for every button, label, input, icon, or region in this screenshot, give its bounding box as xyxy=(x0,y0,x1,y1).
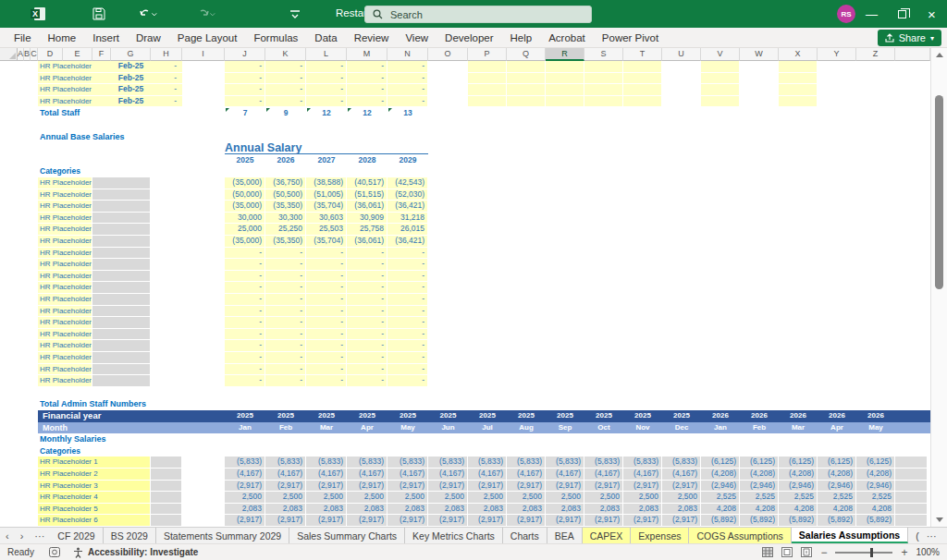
ribbon-tab-page-layout[interactable]: Page Layout xyxy=(169,28,246,48)
column-header-K[interactable]: K xyxy=(265,48,306,61)
monthly-value-cell[interactable]: (2,946) xyxy=(740,481,778,492)
annual-value-cell[interactable]: 30,000 xyxy=(225,213,264,224)
monthly-value-cell[interactable]: (4,167) xyxy=(306,469,346,480)
annual-value-cell[interactable]: (51,005) xyxy=(306,189,346,201)
zoom-slider-thumb[interactable] xyxy=(870,548,873,557)
monthly-value-cell[interactable]: (5,892) xyxy=(779,515,817,526)
annual-value-cell[interactable]: (35,350) xyxy=(265,201,305,212)
annual-value-cell[interactable]: - xyxy=(347,248,387,259)
monthly-value-cell[interactable]: 2,083 xyxy=(347,504,387,515)
worksheet-canvas[interactable]: HR Placeholder 15Feb-25------HR Placehol… xyxy=(0,61,930,527)
annual-value-cell[interactable]: - xyxy=(387,364,427,375)
monthly-row-input-cell[interactable] xyxy=(151,492,181,503)
column-header-M[interactable]: M xyxy=(347,48,387,61)
ribbon-tab-review[interactable]: Review xyxy=(346,28,398,48)
column-header-B[interactable]: B xyxy=(24,48,31,61)
column-header-Y[interactable]: Y xyxy=(818,48,856,61)
monthly-value-cell[interactable]: (5,892) xyxy=(856,515,894,526)
monthly-value-cell[interactable]: (2,917) xyxy=(387,515,427,526)
monthly-value-cell[interactable]: (2,917) xyxy=(507,515,545,526)
annual-value-cell[interactable]: (36,061) xyxy=(347,236,387,247)
sheet-nav-prev-icon[interactable]: ‹ xyxy=(0,528,15,543)
annual-row-name[interactable]: HR Placeholder 15 xyxy=(38,340,92,351)
annual-value-cell[interactable]: - xyxy=(265,294,305,305)
annual-value-cell[interactable]: - xyxy=(225,294,264,305)
annual-value-cell[interactable]: (38,588) xyxy=(306,177,346,189)
annual-row-input-cell[interactable] xyxy=(92,177,150,189)
annual-value-cell[interactable]: - xyxy=(387,248,427,259)
annual-row-name[interactable]: HR Placeholder 7 xyxy=(38,248,92,259)
staff-empty-cell[interactable] xyxy=(779,84,817,95)
monthly-value-cell[interactable]: 2,083 xyxy=(306,504,346,515)
annual-value-cell[interactable]: (40,517) xyxy=(347,177,387,189)
total-staff-value[interactable]: 7 xyxy=(225,107,265,119)
monthly-value-cell[interactable]: (6,125) xyxy=(740,457,778,468)
column-header-F[interactable]: F xyxy=(92,48,111,61)
annual-row-input-cell[interactable] xyxy=(92,317,150,328)
monthly-value-cell[interactable]: (4,167) xyxy=(546,469,584,480)
sheet-tab-cogs-assumptions[interactable]: COGS Assumptions xyxy=(689,528,791,543)
annual-row-input-cell[interactable] xyxy=(92,271,150,282)
staff-empty-cell[interactable] xyxy=(468,61,506,72)
monthly-value-cell[interactable]: (2,917) xyxy=(306,515,346,526)
accessibility-status[interactable]: Accessibility: Investigate xyxy=(88,547,199,557)
annual-value-cell[interactable]: - xyxy=(265,306,305,317)
staff-empty-cell[interactable] xyxy=(584,73,622,84)
annual-row-input-cell[interactable] xyxy=(92,248,150,259)
monthly-value-cell[interactable]: (5,833) xyxy=(265,457,305,468)
column-header-O[interactable]: O xyxy=(428,48,468,61)
annual-row-input-cell[interactable] xyxy=(92,340,150,351)
annual-value-cell[interactable]: 30,300 xyxy=(265,213,305,224)
close-button[interactable]: × xyxy=(916,0,947,28)
column-header-E[interactable]: E xyxy=(63,48,92,61)
staff-empty-cell[interactable] xyxy=(779,61,817,72)
annual-value-cell[interactable]: - xyxy=(225,282,264,293)
column-header-G[interactable]: G xyxy=(111,48,151,61)
annual-value-cell[interactable]: - xyxy=(306,375,346,386)
staff-month-cell[interactable]: - xyxy=(265,73,305,84)
staff-month-cell[interactable]: - xyxy=(347,61,387,72)
column-header-T[interactable]: T xyxy=(623,48,662,61)
annual-value-cell[interactable]: - xyxy=(347,375,387,386)
annual-row-input-cell[interactable] xyxy=(92,224,150,235)
monthly-row-name[interactable]: HR Placeholder 2 xyxy=(38,469,150,480)
annual-value-cell[interactable]: (35,000) xyxy=(225,177,264,189)
staff-h-value[interactable]: - xyxy=(151,61,179,72)
new-sheet-button[interactable]: + xyxy=(942,528,947,543)
annual-row-name[interactable]: HR Placeholder 5 xyxy=(38,224,92,235)
staff-empty-cell[interactable] xyxy=(779,73,817,84)
scroll-up-icon[interactable] xyxy=(936,53,943,57)
column-header-J[interactable]: J xyxy=(225,48,265,61)
annual-value-cell[interactable]: 25,758 xyxy=(347,224,387,235)
monthly-value-cell[interactable]: (4,167) xyxy=(623,469,661,480)
annual-row-name[interactable]: HR Placeholder 4 xyxy=(38,213,92,224)
monthly-value-cell[interactable]: 2,083 xyxy=(428,504,467,515)
annual-row-name[interactable]: HR Placeholder 6 xyxy=(38,236,92,247)
annual-value-cell[interactable]: (36,421) xyxy=(387,236,427,247)
select-all-corner[interactable] xyxy=(0,48,18,61)
monthly-value-cell[interactable]: (5,833) xyxy=(225,457,264,468)
annual-value-cell[interactable]: - xyxy=(265,340,305,351)
monthly-value-cell[interactable]: 2,525 xyxy=(818,492,855,503)
annual-value-cell[interactable]: - xyxy=(225,375,264,386)
monthly-row-input-cell[interactable] xyxy=(151,504,181,515)
minimize-button[interactable]: — xyxy=(856,0,887,28)
staff-start-month[interactable]: Feb-25 xyxy=(111,73,151,84)
staff-h-value[interactable]: - xyxy=(151,84,179,95)
monthly-value-cell[interactable]: 2,083 xyxy=(584,504,622,515)
undo-icon[interactable] xyxy=(139,6,159,21)
share-button[interactable]: Share ▾ xyxy=(878,30,941,46)
annual-value-cell[interactable]: - xyxy=(306,317,346,328)
annual-value-cell[interactable]: (36,061) xyxy=(347,201,387,212)
monthly-value-cell[interactable]: (2,917) xyxy=(468,481,506,492)
column-header-U[interactable]: U xyxy=(662,48,701,61)
monthly-value-cell[interactable] xyxy=(895,515,927,526)
annual-row-name[interactable]: HR Placeholder 1 xyxy=(38,177,92,189)
monthly-value-cell[interactable]: (2,917) xyxy=(225,481,264,492)
annual-value-cell[interactable]: - xyxy=(265,375,305,386)
monthly-value-cell[interactable]: (2,917) xyxy=(347,481,387,492)
annual-value-cell[interactable]: - xyxy=(306,340,346,351)
annual-value-cell[interactable]: - xyxy=(306,259,346,270)
staff-start-month[interactable]: Feb-25 xyxy=(111,84,151,95)
monthly-value-cell[interactable]: (2,917) xyxy=(623,481,661,492)
